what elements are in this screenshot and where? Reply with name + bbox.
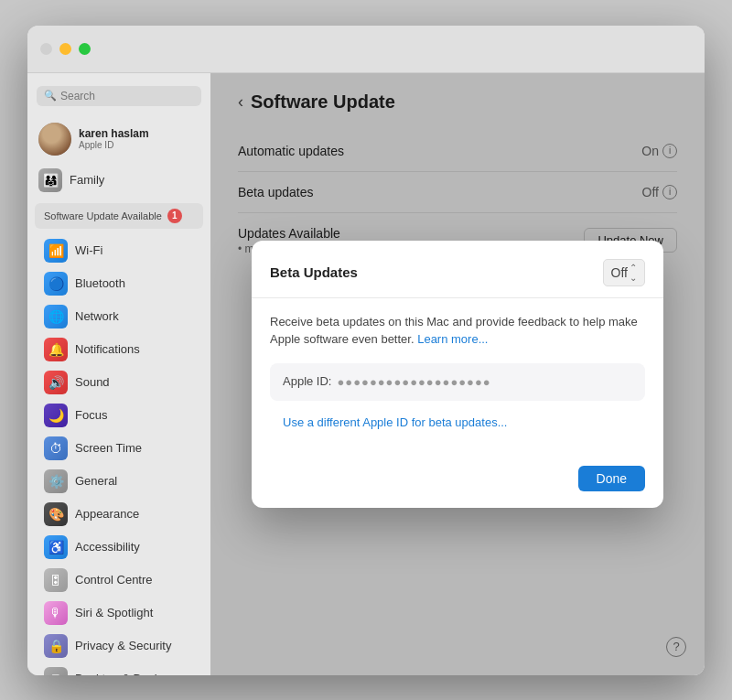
sidebar-item-wifi[interactable]: 📶 Wi-Fi <box>33 234 205 267</box>
apple-id-field: Apple ID: ●●●●●●●●●●●●●●●●●●● <box>283 374 632 390</box>
user-name: karen haslam <box>79 127 149 140</box>
sidebar: 🔍 karen haslam Apple ID 👨‍👩‍👧 Family Sof… <box>27 73 210 675</box>
sidebar-item-accessibility[interactable]: ♿ Accessibility <box>33 531 205 564</box>
sidebar-label-network: Network <box>75 309 119 323</box>
modal-footer: Done <box>252 453 663 508</box>
modal-value-text: Off <box>611 265 628 280</box>
avatar-image <box>38 123 71 156</box>
sidebar-item-bluetooth[interactable]: 🔵 Bluetooth <box>33 267 205 300</box>
sidebar-item-network[interactable]: 🌐 Network <box>33 300 205 333</box>
modal-title: Beta Updates <box>270 264 358 280</box>
notifications-icon: 🔔 <box>44 338 68 361</box>
traffic-lights <box>40 43 91 55</box>
content-area: ‹ Software Update Automatic updates On i… <box>210 73 705 675</box>
sidebar-label-siri: Siri & Spotlight <box>75 606 153 619</box>
apple-id-value: ●●●●●●●●●●●●●●●●●●● <box>337 375 490 389</box>
sidebar-label-control: Control Centre <box>75 573 153 587</box>
update-banner[interactable]: Software Update Available 1 <box>35 203 203 229</box>
user-subtitle: Apple ID <box>79 140 149 150</box>
sidebar-label-desktop: Desktop & Dock <box>75 672 160 675</box>
sidebar-item-control[interactable]: 🎛 Control Centre <box>33 564 205 597</box>
modal-body: Receive beta updates on this Mac and pro… <box>252 298 663 453</box>
beta-updates-modal: Beta Updates Off ⌃⌄ Receive beta updates… <box>252 241 663 508</box>
modal-value-select[interactable]: Off ⌃⌄ <box>603 259 645 286</box>
family-icon: 👨‍👩‍👧 <box>38 168 62 192</box>
maximize-button[interactable] <box>79 43 91 55</box>
network-icon: 🌐 <box>44 305 68 328</box>
learn-more-link[interactable]: Learn more... <box>417 332 488 346</box>
sidebar-label-accessibility: Accessibility <box>75 540 140 554</box>
control-icon: 🎛 <box>44 568 68 592</box>
sidebar-label-screentime: Screen Time <box>75 441 142 455</box>
sidebar-label-sound: Sound <box>75 375 110 389</box>
close-button[interactable] <box>40 43 52 55</box>
sidebar-label-general: General <box>75 474 117 488</box>
modal-description: Receive beta updates on this Mac and pro… <box>270 313 645 349</box>
sidebar-label-bluetooth: Bluetooth <box>75 276 125 290</box>
done-button[interactable]: Done <box>578 466 645 491</box>
minimize-button[interactable] <box>59 43 71 55</box>
screentime-icon: ⏱ <box>44 436 68 460</box>
modal-header: Beta Updates Off ⌃⌄ <box>252 241 663 298</box>
search-icon: 🔍 <box>44 90 57 102</box>
sidebar-label-privacy: Privacy & Security <box>75 639 171 652</box>
sidebar-item-appearance[interactable]: 🎨 Appearance <box>33 498 205 531</box>
desktop-icon: 🖥 <box>44 667 68 675</box>
apple-id-row: Apple ID: ●●●●●●●●●●●●●●●●●●● <box>270 363 645 401</box>
avatar <box>38 123 71 156</box>
sidebar-item-general[interactable]: ⚙️ General <box>33 465 205 498</box>
sidebar-item-desktop[interactable]: 🖥 Desktop & Dock <box>33 662 205 675</box>
main-window: 🔍 karen haslam Apple ID 👨‍👩‍👧 Family Sof… <box>27 26 705 675</box>
search-box[interactable]: 🔍 <box>37 86 201 106</box>
main-body: 🔍 karen haslam Apple ID 👨‍👩‍👧 Family Sof… <box>27 73 705 675</box>
update-badge: 1 <box>167 209 182 223</box>
sidebar-item-privacy[interactable]: 🔒 Privacy & Security <box>33 630 205 662</box>
siri-icon: 🎙 <box>44 601 68 625</box>
sidebar-item-focus[interactable]: 🌙 Focus <box>33 399 205 432</box>
sidebar-label-wifi: Wi-Fi <box>75 243 102 257</box>
sidebar-item-siri[interactable]: 🎙 Siri & Spotlight <box>33 597 205 630</box>
sidebar-label-notifications: Notifications <box>75 342 140 356</box>
sidebar-item-notifications[interactable]: 🔔 Notifications <box>33 333 205 366</box>
update-banner-text: Software Update Available <box>44 210 162 221</box>
sidebar-item-sound[interactable]: 🔊 Sound <box>33 366 205 399</box>
family-row[interactable]: 👨‍👩‍👧 Family <box>27 163 210 198</box>
appearance-icon: 🎨 <box>44 502 68 526</box>
sound-icon: 🔊 <box>44 371 68 394</box>
sidebar-item-screentime[interactable]: ⏱ Screen Time <box>33 432 205 465</box>
change-apple-id-link[interactable]: Use a different Apple ID for beta update… <box>270 406 645 438</box>
search-input[interactable] <box>60 90 194 102</box>
user-section[interactable]: karen haslam Apple ID <box>27 115 210 163</box>
bluetooth-icon: 🔵 <box>44 272 68 296</box>
privacy-icon: 🔒 <box>44 634 68 658</box>
chevron-updown-icon: ⌃⌄ <box>630 263 637 283</box>
user-info: karen haslam Apple ID <box>79 127 149 150</box>
modal-overlay: Beta Updates Off ⌃⌄ Receive beta updates… <box>210 73 705 675</box>
sidebar-label-focus: Focus <box>75 408 107 422</box>
family-label: Family <box>70 173 104 187</box>
wifi-icon: 📶 <box>44 239 68 263</box>
accessibility-icon: ♿ <box>44 535 68 559</box>
general-icon: ⚙️ <box>44 469 68 493</box>
focus-icon: 🌙 <box>44 404 68 427</box>
apple-id-label: Apple ID: <box>283 374 331 388</box>
titlebar <box>27 26 705 73</box>
sidebar-label-appearance: Appearance <box>75 507 139 521</box>
